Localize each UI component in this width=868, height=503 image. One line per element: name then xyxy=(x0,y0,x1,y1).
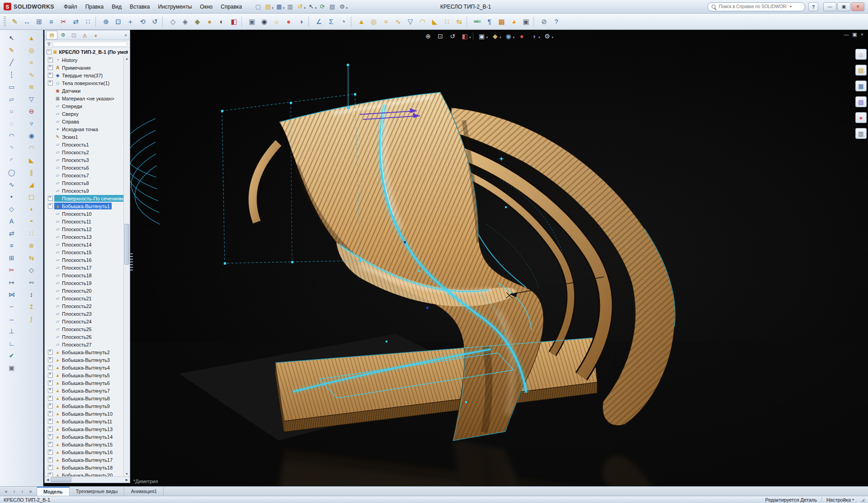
graphics-viewport[interactable]: ⊕ ▾ ⊡ ▾ ↺ ▾ ◧ ▾ ▾ ▣ ▾ ◆ xyxy=(43,30,868,486)
search-input[interactable] xyxy=(718,4,788,9)
zoom-area-icon[interactable]: ⊡ xyxy=(435,31,446,41)
scrollbar-thumb[interactable] xyxy=(51,477,71,482)
tree-item[interactable]: Плоскость19 xyxy=(45,279,130,287)
chevron-down-icon[interactable]: ▾ xyxy=(272,6,274,10)
configurationmanager-tab-icon[interactable]: ◫ xyxy=(69,31,79,39)
open-file-icon[interactable]: ▤ xyxy=(263,2,273,11)
smart-dimension-icon[interactable]: ↔ xyxy=(5,313,18,324)
extend-entities-icon[interactable]: ↦ xyxy=(5,276,18,288)
doc-close-icon[interactable]: × xyxy=(861,32,863,38)
menu-item[interactable]: Файл xyxy=(60,2,81,12)
tree-item[interactable]: Твердые тела(37) xyxy=(45,71,130,79)
tree-item[interactable]: Плоскость15 xyxy=(45,248,130,256)
collapse-icon[interactable] xyxy=(47,49,52,54)
sketch-icon[interactable]: ✎ xyxy=(9,15,20,28)
view-orientation-icon[interactable]: ▣ xyxy=(246,15,258,28)
help-search-box[interactable]: ▾ xyxy=(708,2,805,11)
rapid-sketch-icon[interactable]: ▣ xyxy=(5,362,18,373)
convert-entities-icon[interactable]: ⊞ xyxy=(33,15,45,28)
scroll-up-icon[interactable]: ▲ xyxy=(125,49,129,53)
tree-item[interactable]: Плоскость2 xyxy=(45,148,130,156)
shell-icon[interactable]: ▢ xyxy=(25,191,38,202)
linear-pattern-icon[interactable]: ∷ xyxy=(441,15,453,28)
rebuild-icon[interactable]: ⟳ xyxy=(317,2,327,11)
tree-root-item[interactable]: ▣ КРЕСЛО ТИП-2_B-1 (По умол ▲ xyxy=(45,48,130,56)
point-icon[interactable]: • xyxy=(5,191,18,202)
chevron-down-icon[interactable]: ▾ xyxy=(552,36,554,39)
tree-item[interactable]: Плоскость18 xyxy=(45,271,130,279)
expand-icon[interactable] xyxy=(48,411,53,416)
new-file-icon[interactable]: ▢ xyxy=(253,2,263,11)
dimxpertmanager-tab-icon[interactable]: ◬ xyxy=(80,31,90,39)
scrollbar-up-icon[interactable]: ▲ xyxy=(124,56,130,61)
expand-icon[interactable] xyxy=(48,465,53,470)
tree-item[interactable]: Плоскость24 xyxy=(45,318,130,325)
previous-view-icon[interactable]: ↺ xyxy=(149,15,160,28)
expand-icon[interactable] xyxy=(48,380,53,385)
expand-icon[interactable] xyxy=(48,204,53,209)
centerpoint-ar c-icon[interactable]: ◠ xyxy=(5,130,18,141)
swept-boss-icon[interactable]: ≈ xyxy=(25,57,38,68)
extruded-cut-icon[interactable]: ▽ xyxy=(405,15,416,28)
shaded-with-edges-icon[interactable]: ◆ xyxy=(192,15,203,28)
menu-item[interactable]: Инструменты xyxy=(154,2,196,12)
help-button[interactable]: ? xyxy=(808,2,818,11)
fully-define-sketch-icon[interactable]: ✔ xyxy=(5,350,18,361)
polygon-icon[interactable]: ◇ xyxy=(5,203,18,214)
toolbar-grip[interactable] xyxy=(4,16,6,27)
instant3d-icon[interactable]: ↕ xyxy=(25,289,38,300)
chevron-down-icon[interactable]: ▾ xyxy=(346,6,348,10)
expand-icon[interactable] xyxy=(48,365,53,370)
three-point-arc-icon[interactable]: ◜ xyxy=(5,154,18,166)
tabs-scroll-first-icon[interactable]: « xyxy=(2,488,10,495)
dome-icon[interactable]: ◓ xyxy=(25,215,38,227)
view-orientation-icon[interactable]: ▣ xyxy=(476,31,487,41)
spell-check-icon[interactable]: ABC xyxy=(472,15,483,28)
chevron-down-icon[interactable]: ▾ xyxy=(304,6,306,10)
extruded-boss-icon[interactable]: ▲ xyxy=(25,32,38,43)
hidden-lines-visible-icon[interactable]: ◈ xyxy=(179,15,191,28)
split-entities-icon[interactable]: ⋈ xyxy=(5,289,18,300)
fillet-icon[interactable]: ◠ xyxy=(417,15,428,28)
offset-entities-icon[interactable]: ≡ xyxy=(5,240,18,251)
display-relations-icon[interactable]: ∟ xyxy=(5,337,18,349)
add-relation-icon[interactable]: ⊥ xyxy=(5,325,18,337)
tree-item[interactable]: Плоскость10 xyxy=(45,210,130,218)
chevron-down-icon[interactable]: ▾ xyxy=(538,36,540,39)
measure-icon[interactable]: ∠ xyxy=(313,15,325,28)
tree-item[interactable]: Плоскость23 xyxy=(45,310,130,318)
tree-item[interactable]: Бобышка-Вытянуть20 xyxy=(45,471,130,476)
draft-icon[interactable]: ◢ xyxy=(25,179,38,190)
smart-dimension-icon[interactable]: ↔ xyxy=(21,15,33,28)
sketch-tool-icon[interactable]: ✎ xyxy=(5,44,18,56)
menu-item[interactable]: Окно xyxy=(196,2,217,12)
tabs-scroll-next-icon[interactable]: › xyxy=(19,488,26,495)
tree-item[interactable]: Плоскость1 xyxy=(45,141,130,148)
undo-icon[interactable]: ↺ xyxy=(295,2,305,11)
extruded-cut-icon[interactable]: ▽ xyxy=(25,93,38,104)
tree-item[interactable]: Плоскость9 xyxy=(45,187,130,195)
mirror-entities-icon[interactable]: ⇄ xyxy=(5,228,18,239)
select-icon[interactable]: ↖ xyxy=(307,2,316,11)
swept-cut-icon[interactable]: ▿ xyxy=(25,118,38,129)
chevron-down-icon[interactable]: ▾ xyxy=(513,36,515,39)
expand-icon[interactable] xyxy=(48,81,53,85)
expand-icon[interactable] xyxy=(48,450,53,455)
mass-properties-icon[interactable]: Σ xyxy=(326,15,337,28)
tree-item[interactable]: Бобышка-Вытянуть16 xyxy=(45,448,130,456)
revolved-boss-icon[interactable]: ◎ xyxy=(368,15,379,28)
hide-show-items-icon[interactable]: ◉ xyxy=(503,31,514,41)
expand-icon[interactable] xyxy=(48,57,53,62)
render-icon[interactable]: ◕ xyxy=(508,15,519,28)
file-properties-icon[interactable]: ▧ xyxy=(327,2,337,11)
section-view-icon[interactable]: ◧ xyxy=(228,15,240,28)
expand-icon[interactable] xyxy=(48,196,53,201)
chevron-down-icon[interactable]: ▾ xyxy=(315,6,317,10)
tree-item[interactable]: Исходная точка xyxy=(45,125,130,133)
tree-item[interactable]: Плоскость16 xyxy=(45,256,130,264)
chevron-down-icon[interactable]: ▾ xyxy=(283,6,285,10)
mirror-entities-icon[interactable]: ⇄ xyxy=(70,15,81,28)
help-icon[interactable]: ? xyxy=(551,15,562,28)
menu-item[interactable]: Вид xyxy=(108,2,126,12)
circle-icon[interactable]: ○ xyxy=(5,105,18,117)
